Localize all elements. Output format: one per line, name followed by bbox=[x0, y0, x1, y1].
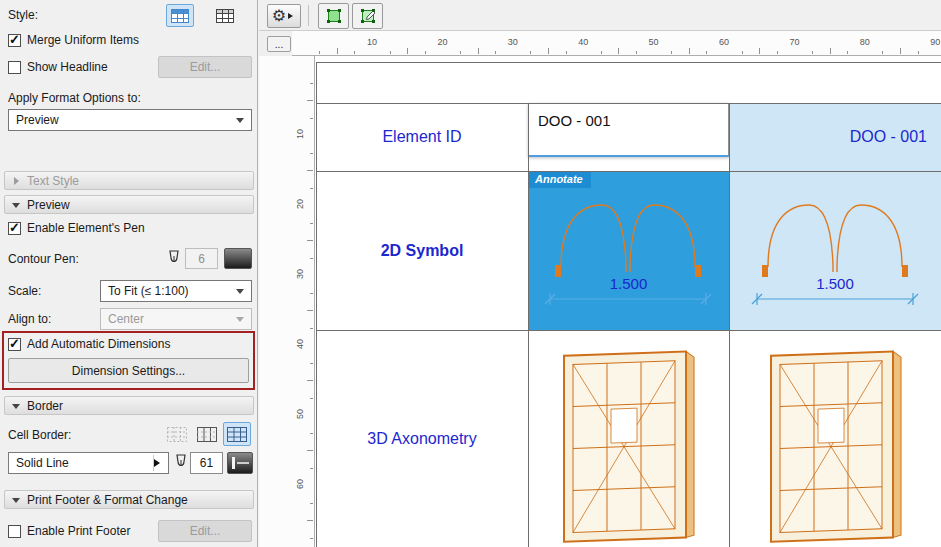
checkbox-box bbox=[8, 34, 21, 47]
preview-toolbar: ⚙ bbox=[259, 0, 941, 31]
flyout-arrow-icon bbox=[154, 459, 164, 467]
cell-border-none-button[interactable] bbox=[163, 422, 191, 446]
dimension-line bbox=[751, 291, 919, 307]
toolbar-separator bbox=[308, 5, 309, 26]
symbol-2d-cell-highlighted[interactable]: 1.500 bbox=[729, 171, 941, 330]
ruler-v-label: 30 bbox=[295, 264, 305, 284]
border-line-type-select[interactable]: Solid Line bbox=[8, 452, 169, 474]
ruler-h-label: 10 bbox=[367, 37, 377, 47]
style-label: Style: bbox=[8, 8, 38, 22]
style-table-header-button[interactable] bbox=[166, 4, 194, 27]
ruler-tick bbox=[310, 293, 313, 294]
scale-select[interactable]: To Fit (≤ 1:100) bbox=[100, 280, 252, 302]
ruler-tick bbox=[307, 310, 313, 311]
contour-pen-label: Contour Pen: bbox=[8, 252, 79, 266]
ruler-v-label: 40 bbox=[295, 334, 305, 354]
enable-print-footer-checkbox[interactable]: Enable Print Footer bbox=[8, 524, 130, 538]
merge-uniform-items-checkbox[interactable]: Merge Uniform Items bbox=[8, 33, 139, 47]
ruler-tick bbox=[601, 51, 602, 54]
axonometry-cell-1[interactable] bbox=[528, 330, 729, 547]
chevron-down-icon bbox=[12, 404, 20, 413]
settings-panel: Style: Merge Uniform Items Show Headline… bbox=[0, 0, 258, 547]
ruler-tick bbox=[310, 223, 313, 224]
row-label: Element ID bbox=[382, 128, 461, 146]
apply-format-value: Preview bbox=[16, 113, 59, 127]
dimension-settings-button[interactable]: Dimension Settings... bbox=[8, 358, 249, 383]
add-automatic-dimensions-label: Add Automatic Dimensions bbox=[27, 337, 170, 351]
style-plain-grid-button[interactable] bbox=[211, 4, 239, 27]
dimension-value: 1.500 bbox=[528, 275, 729, 292]
headline-edit-button[interactable]: Edit... bbox=[158, 56, 252, 78]
checkbox-box bbox=[8, 525, 21, 538]
vertical-ruler[interactable]: 102030405060 bbox=[259, 56, 315, 547]
ruler-tick bbox=[337, 48, 338, 54]
table-grid-line bbox=[316, 171, 941, 172]
ruler-tick bbox=[566, 51, 567, 54]
ruler-tick bbox=[407, 48, 408, 54]
row-header-3d-axonometry-cell[interactable]: 3D Axonometry bbox=[316, 330, 528, 547]
chevron-down-icon bbox=[12, 203, 20, 212]
annotate-tag[interactable]: Annotate bbox=[528, 171, 591, 188]
chevron-right-icon bbox=[14, 177, 23, 185]
element-id-editor-value: DOO - 001 bbox=[538, 112, 611, 129]
show-headline-checkbox[interactable]: Show Headline bbox=[8, 60, 108, 74]
align-to-select[interactable]: Center bbox=[100, 308, 252, 330]
element-id-cell-selected[interactable]: DOO - 001 bbox=[528, 103, 729, 171]
checkbox-box bbox=[8, 338, 21, 351]
ruler-tick bbox=[319, 51, 320, 54]
contour-pen-number-field[interactable]: 6 bbox=[185, 248, 218, 269]
text-style-section-label: Text Style bbox=[27, 174, 79, 188]
table-grid-icon bbox=[216, 9, 234, 23]
schedule-preview-canvas[interactable]: Element ID DOO - 001 DOO - 001 2D Symbol… bbox=[315, 56, 941, 547]
row-label: 3D Axonometry bbox=[367, 430, 476, 448]
ruler-tick bbox=[812, 51, 813, 54]
enable-elements-pen-checkbox[interactable]: Enable Element's Pen bbox=[8, 221, 145, 235]
row-label: 2D Symbol bbox=[381, 242, 464, 260]
element-id-value: DOO - 001 bbox=[850, 128, 927, 146]
ruler-v-label: 50 bbox=[295, 404, 305, 424]
contour-pen-color-button[interactable] bbox=[224, 248, 252, 269]
horizontal-ruler[interactable]: 102030405060708090 bbox=[292, 31, 941, 56]
border-pen-color-button[interactable] bbox=[227, 452, 253, 474]
marquee-select-button[interactable] bbox=[318, 3, 349, 29]
ruler-tick bbox=[882, 51, 883, 54]
ruler-tick bbox=[830, 48, 831, 54]
settings-menu-button[interactable]: ⚙ bbox=[267, 4, 301, 28]
ruler-tick bbox=[307, 240, 313, 241]
axonometry-cell-2[interactable] bbox=[729, 330, 941, 547]
add-automatic-dimensions-checkbox[interactable]: Add Automatic Dimensions bbox=[8, 337, 170, 351]
symbol-2d-cell-selected[interactable]: Annotate 1.500 bbox=[528, 171, 729, 330]
ruler-tick bbox=[310, 258, 313, 259]
ruler-tick bbox=[495, 51, 496, 54]
border-section-header[interactable]: Border bbox=[4, 396, 254, 415]
checkbox-box bbox=[8, 222, 21, 235]
row-header-2d-symbol-cell[interactable]: 2D Symbol bbox=[316, 171, 528, 330]
element-id-editor[interactable]: DOO - 001 bbox=[528, 103, 729, 157]
ruler-tick bbox=[759, 48, 760, 54]
ruler-v-label: 10 bbox=[295, 124, 305, 144]
print-footer-edit-button[interactable]: Edit... bbox=[158, 520, 252, 542]
border-pen-number-field[interactable]: 61 bbox=[190, 452, 223, 474]
element-id-cell-highlighted[interactable]: DOO - 001 bbox=[729, 103, 941, 171]
ruler-tick bbox=[742, 51, 743, 54]
pen-color-preview-icon bbox=[228, 453, 252, 473]
row-header-element-id-cell[interactable]: Element ID bbox=[316, 103, 528, 171]
text-style-section-header[interactable]: Text Style bbox=[4, 171, 254, 190]
enable-elements-pen-label: Enable Element's Pen bbox=[27, 221, 145, 235]
marquee-edit-button[interactable] bbox=[352, 3, 383, 29]
preview-section-header[interactable]: Preview bbox=[4, 195, 254, 214]
cell-border-all-button[interactable] bbox=[223, 422, 251, 446]
ruler-tick bbox=[671, 51, 672, 54]
ruler-tick bbox=[310, 118, 313, 119]
ruler-tick bbox=[310, 188, 313, 189]
ruler-options-button[interactable]: ... bbox=[267, 36, 291, 52]
preview-section-label: Preview bbox=[27, 198, 70, 212]
door-2d-symbol bbox=[761, 197, 909, 279]
cell-border-vertical-button[interactable] bbox=[193, 422, 221, 446]
print-footer-section-header[interactable]: Print Footer & Format Change bbox=[4, 490, 254, 509]
apply-format-select[interactable]: Preview bbox=[8, 109, 252, 131]
ruler-tick bbox=[307, 100, 313, 101]
dimension-line bbox=[544, 291, 712, 307]
align-to-label: Align to: bbox=[8, 312, 51, 326]
door-3d-image bbox=[556, 336, 701, 547]
